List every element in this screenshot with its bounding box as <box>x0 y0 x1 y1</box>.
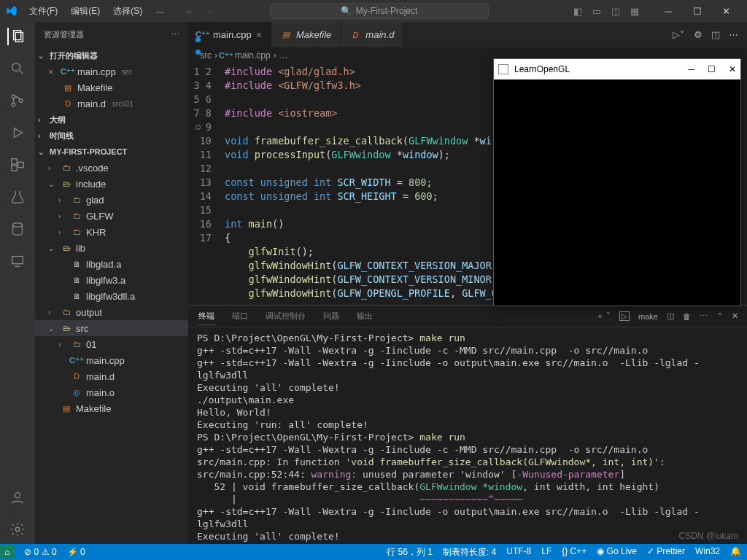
gl-minimize-icon[interactable]: ─ <box>688 64 694 75</box>
menu-select[interactable]: 选择(S) <box>107 2 148 20</box>
more-icon[interactable]: ⋯ <box>729 29 738 40</box>
tree-item[interactable]: ⌄🗁lib <box>35 240 188 256</box>
new-terminal-icon[interactable]: ＋ ˅ <box>596 311 611 322</box>
svg-point-5 <box>12 103 15 106</box>
section-project[interactable]: ⌄MY-FIRST-PROJECT <box>35 144 188 160</box>
gl-maximize-icon[interactable]: ☐ <box>708 64 716 75</box>
activity-scm-icon[interactable] <box>9 92 26 109</box>
titlebar: 文件(F) 编辑(E) 选择(S) … ← → 🔍 My-First-Proje… <box>0 0 747 22</box>
status-indent[interactable]: 制表符长度: 4 <box>443 546 496 559</box>
gear-icon[interactable]: ⚙ <box>694 29 703 40</box>
gl-app-window[interactable]: LearnOpenGL ─ ☐ ✕ <box>493 58 741 306</box>
command-center[interactable]: 🔍 My-First-Project <box>270 3 489 19</box>
activity-settings-icon[interactable] <box>9 521 26 538</box>
menu-more[interactable]: … <box>150 2 170 20</box>
open-editor-item[interactable]: ×C⁺⁺main.cppsrc <box>35 63 188 79</box>
activity-test-icon[interactable] <box>9 188 26 206</box>
svg-rect-12 <box>12 257 23 264</box>
explorer-title: 资源管理器 <box>44 29 84 40</box>
explorer-tree[interactable]: ⌄打开的编辑器 ×C⁺⁺main.cppsrc▤MakefileDmain.ds… <box>35 47 188 545</box>
panel-more-icon[interactable]: ⋯ <box>700 311 708 321</box>
search-icon: 🔍 <box>341 6 352 16</box>
svg-point-11 <box>13 223 23 228</box>
split-icon[interactable]: ◫ <box>711 29 720 40</box>
svg-point-6 <box>19 99 23 103</box>
layout-sidebar-icon[interactable]: ◧ <box>573 6 582 17</box>
layout-panel-icon[interactable]: ▭ <box>592 6 601 17</box>
minimize-icon[interactable]: ─ <box>654 1 683 21</box>
editor-tab[interactable]: ▤Makefile <box>271 22 341 47</box>
status-eol[interactable]: LF <box>541 546 551 559</box>
editor-actions: ▷˅ ⚙ ◫ ⋯ <box>664 22 747 47</box>
activity-remote-icon[interactable] <box>9 252 26 270</box>
nav-fwd-icon[interactable]: → <box>203 6 212 17</box>
status-prettier[interactable]: ✓ Prettier <box>647 546 685 559</box>
gl-app-titlebar[interactable]: LearnOpenGL ─ ☐ ✕ <box>494 59 740 79</box>
status-encoding[interactable]: UTF-8 <box>506 546 531 559</box>
gl-app-icon <box>498 64 508 74</box>
open-editor-item[interactable]: Dmain.dsrc\01 <box>35 96 188 112</box>
split-terminal-icon[interactable]: ◫ <box>667 311 674 321</box>
panel-tab-problems[interactable]: 问题 <box>322 308 341 324</box>
layout-custom-icon[interactable]: ▦ <box>630 6 639 17</box>
panel-tab-output[interactable]: 输出 <box>355 308 374 324</box>
menu-edit[interactable]: 编辑(E) <box>65 2 106 20</box>
tree-item[interactable]: 🗎libglfw3.a <box>35 272 188 288</box>
close-panel-icon[interactable]: ✕ <box>732 311 738 321</box>
tree-item[interactable]: ›🗀01 <box>35 336 188 352</box>
nav-back-icon[interactable]: ← <box>185 6 194 17</box>
status-cursor[interactable]: 行 56，列 1 <box>387 546 433 559</box>
tree-item[interactable]: ›🗀.vscode <box>35 160 188 176</box>
tree-item[interactable]: C⁺⁺main.cpp <box>35 352 188 368</box>
status-ports[interactable]: ⚡ 0 <box>67 547 85 557</box>
editor-tab[interactable]: Dmain.d <box>341 22 403 47</box>
section-outline[interactable]: ›大纲 <box>35 112 188 128</box>
tree-item[interactable]: ⌄🗁src <box>35 320 188 336</box>
activity-account-icon[interactable] <box>9 489 26 506</box>
status-platform[interactable]: Win32 <box>695 546 720 559</box>
status-lang[interactable]: {} C++ <box>562 546 587 559</box>
panel-tab-terminal[interactable]: 终端 <box>197 308 216 325</box>
tree-item[interactable]: ▤Makefile <box>35 400 188 416</box>
menu-file[interactable]: 文件(F) <box>23 2 63 20</box>
terminal-body[interactable]: PS D:\Project\OpenGL\My-First-Project> m… <box>188 327 747 545</box>
panel-tab-debug[interactable]: 调试控制台 <box>264 308 307 324</box>
more-icon[interactable]: ⋯ <box>171 30 179 39</box>
status-bell-icon[interactable]: 🔔 <box>730 546 741 559</box>
tree-item[interactable]: Dmain.d <box>35 368 188 384</box>
layout-split-icon[interactable]: ◫ <box>611 6 620 17</box>
panel-tab-ports[interactable]: 端口 <box>231 308 249 324</box>
maximize-panel-icon[interactable]: ⌃ <box>716 311 723 321</box>
remote-indicator[interactable]: ⌂ <box>0 545 14 559</box>
tree-item[interactable]: 🗎libglad.a <box>35 256 188 272</box>
line-gutter: 1 2 3 4 5 6 7 8 9 10 11 12 13 14 15 16 1… <box>188 65 225 305</box>
section-open-editors[interactable]: ⌄打开的编辑器 <box>35 47 188 63</box>
activity-debug-icon[interactable] <box>9 124 26 141</box>
tree-item[interactable]: ›🗀GLFW <box>35 208 188 224</box>
run-icon[interactable]: ▷˅ <box>673 29 685 40</box>
task-icon[interactable]: ▷ <box>619 311 630 321</box>
task-label[interactable]: make <box>638 312 658 321</box>
editor-tab[interactable]: C⁺⁺main.cpp× <box>188 22 271 47</box>
tree-item[interactable]: ›🗀KHR <box>35 224 188 240</box>
tree-item[interactable]: ⌄🗁include <box>35 176 188 192</box>
activity-search-icon[interactable] <box>9 60 26 77</box>
status-golive[interactable]: ◉ Go Live <box>597 546 637 559</box>
svg-point-4 <box>12 95 15 98</box>
open-editor-item[interactable]: ▤Makefile <box>35 79 188 96</box>
maximize-icon[interactable]: ☐ <box>683 1 712 21</box>
tree-item[interactable]: ›🗀output <box>35 304 188 320</box>
tree-item[interactable]: ›🗀glad <box>35 192 188 208</box>
trash-icon[interactable]: 🗑 <box>683 312 691 321</box>
command-center-text: My-First-Project <box>356 6 418 16</box>
status-problems[interactable]: ⊘ 0 ⚠ 0 <box>24 547 56 557</box>
gl-close-icon[interactable]: ✕ <box>729 64 736 75</box>
tree-item[interactable]: ◎main.o <box>35 384 188 400</box>
svg-rect-0 <box>14 31 21 40</box>
tree-item[interactable]: 🗎libglfw3dll.a <box>35 288 188 304</box>
section-timeline[interactable]: ›时间线 <box>35 128 188 144</box>
activity-extensions-icon[interactable] <box>9 156 26 174</box>
activity-explorer-icon[interactable] <box>7 28 26 45</box>
close-icon[interactable]: ✕ <box>712 1 741 21</box>
activity-db-icon[interactable] <box>9 220 26 238</box>
